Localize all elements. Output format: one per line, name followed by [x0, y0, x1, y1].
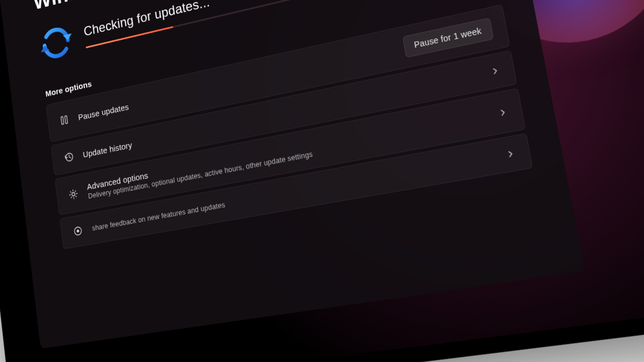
scene-perspective: Windows Update [0, 0, 644, 362]
screen-bezel: Windows Update [0, 0, 644, 362]
chevron-right-icon [490, 66, 500, 76]
chevron-right-icon [498, 107, 508, 118]
pause-icon [58, 113, 70, 127]
status-text: Checking for updates... [83, 0, 387, 39]
gear-icon [67, 187, 79, 201]
pause-1-week-button[interactable]: Pause for 1 week [402, 18, 494, 58]
svg-point-9 [72, 192, 75, 196]
svg-point-11 [77, 229, 79, 233]
svg-rect-6 [61, 117, 63, 124]
window-content: Windows Update [0, 0, 564, 255]
chevron-right-icon [506, 149, 516, 159]
history-icon [63, 150, 75, 164]
device-monitor: Windows Update [0, 0, 644, 362]
svg-rect-7 [65, 115, 67, 123]
insider-icon [72, 224, 85, 238]
row-action: Pause for 1 week [402, 18, 494, 58]
sync-icon [36, 19, 76, 66]
